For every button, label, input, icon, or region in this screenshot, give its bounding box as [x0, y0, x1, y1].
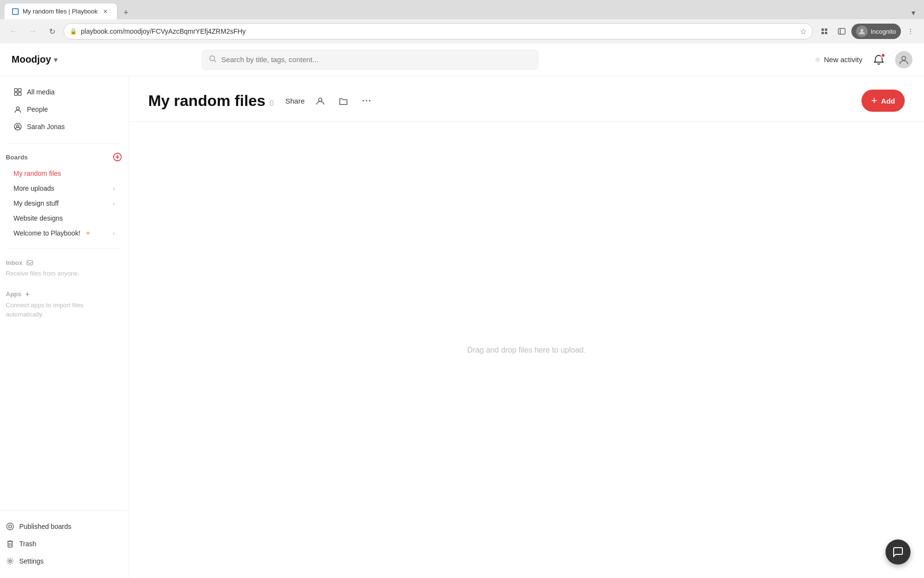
svg-point-31 — [369, 100, 370, 102]
sidebar-button[interactable] — [834, 24, 849, 39]
more-options-button[interactable] — [359, 93, 374, 108]
bookmark-icon[interactable]: ☆ — [800, 27, 807, 36]
active-tab[interactable]: My random files | Playbook ✕ — [4, 3, 117, 19]
trash-label: Trash — [19, 540, 36, 548]
svg-point-29 — [362, 100, 364, 102]
brand-name: Moodjoy — [12, 54, 51, 65]
notifications-button[interactable] — [870, 51, 887, 68]
board-item-website-designs[interactable]: Website designs — [8, 211, 121, 225]
sidebar-item-all-media[interactable]: All media — [8, 84, 121, 100]
sidebar-item-published-boards[interactable]: Published boards — [0, 518, 128, 535]
main-content: My random files 0 Share + Add — [129, 76, 924, 578]
app-header: Moodjoy ▾ New activity — [0, 43, 924, 76]
chevron-right-icon: › — [113, 199, 115, 207]
content-drop-zone[interactable]: Drag and drop files here to upload. — [129, 122, 924, 578]
inbox-description: Receive files from anyone. — [6, 269, 123, 278]
board-item-label: My design stuff — [13, 199, 59, 207]
incognito-button[interactable]: Incognito — [851, 24, 901, 39]
svg-rect-4 — [825, 32, 827, 34]
user-circle-icon — [13, 122, 22, 131]
search-bar[interactable] — [202, 50, 539, 70]
sidebar-item-trash[interactable]: Trash — [0, 536, 128, 552]
sidebar-item-settings[interactable]: Settings — [0, 553, 128, 569]
search-input[interactable] — [221, 55, 531, 64]
search-icon — [209, 55, 217, 65]
board-item-label: My random files — [13, 170, 61, 177]
drop-zone-text: Drag and drop files here to upload. — [467, 346, 586, 355]
published-boards-icon — [6, 522, 14, 531]
sidebar-item-people[interactable]: People — [8, 101, 121, 118]
page-title: My random files 0 — [148, 92, 274, 110]
new-activity-label: New activity — [824, 55, 862, 64]
user-label: Sarah Jonas — [27, 123, 65, 131]
board-item-welcome[interactable]: Welcome to Playbook! ✦ › — [8, 226, 121, 240]
share-button[interactable]: Share — [285, 97, 305, 105]
boards-section-header: Boards — [0, 150, 128, 164]
chat-button[interactable] — [886, 539, 911, 565]
browser-menu-button[interactable]: ⋮ — [903, 24, 918, 39]
published-boards-label: Published boards — [19, 523, 71, 530]
svg-rect-2 — [825, 28, 827, 31]
back-button[interactable]: ← — [6, 24, 21, 39]
brand-logo[interactable]: Moodjoy ▾ — [12, 54, 57, 65]
svg-rect-1 — [821, 28, 824, 31]
all-media-icon — [13, 88, 22, 96]
address-bar[interactable]: 🔒 playbook.com/moodjoy/FCVyAzcBqmrYEfj4Z… — [64, 23, 813, 39]
chevron-right-icon: › — [113, 229, 115, 237]
settings-label: Settings — [19, 557, 44, 565]
svg-rect-11 — [14, 89, 17, 92]
svg-rect-24 — [8, 541, 13, 547]
board-item-my-design-stuff[interactable]: My design stuff › — [8, 196, 121, 210]
board-item-label: Welcome to Playbook! — [13, 229, 80, 237]
tab-title: My random files | Playbook — [23, 8, 98, 15]
user-avatar-button[interactable] — [895, 51, 912, 68]
refresh-button[interactable]: ↻ — [44, 24, 60, 39]
apps-label: Apps — [6, 290, 22, 298]
svg-rect-13 — [14, 92, 17, 95]
svg-point-28 — [319, 98, 322, 101]
svg-line-9 — [214, 60, 216, 62]
incognito-label: Incognito — [871, 28, 896, 35]
add-board-button[interactable] — [112, 152, 123, 162]
new-activity-button[interactable]: New activity — [815, 55, 862, 64]
apps-add-icon[interactable]: + — [26, 290, 30, 299]
forward-button[interactable]: → — [25, 24, 40, 39]
all-media-label: All media — [27, 88, 55, 96]
svg-rect-14 — [18, 92, 21, 95]
tab-list-button[interactable]: ▾ — [907, 6, 920, 19]
add-plus-icon: + — [871, 94, 877, 107]
content-header: My random files 0 Share + Add — [129, 76, 924, 122]
svg-point-30 — [366, 100, 367, 102]
folder-button[interactable] — [335, 93, 351, 108]
board-item-more-uploads[interactable]: More uploads › — [8, 181, 121, 196]
sidebar-divider-2 — [8, 249, 121, 249]
sidebar: All media People Sarah Jonas Board — [0, 76, 129, 578]
assign-user-button[interactable] — [312, 93, 328, 108]
lock-icon: 🔒 — [70, 28, 77, 35]
svg-rect-3 — [821, 32, 824, 34]
board-item-my-random-files[interactable]: My random files — [8, 166, 121, 181]
boards-label: Boards — [6, 154, 28, 161]
svg-point-23 — [9, 525, 12, 528]
people-icon — [13, 105, 22, 114]
chevron-right-icon: › — [113, 184, 115, 192]
sidebar-divider-1 — [8, 144, 121, 144]
new-tab-button[interactable]: + — [119, 6, 133, 19]
inbox-label: Inbox — [6, 259, 23, 266]
extensions-button[interactable] — [817, 24, 832, 39]
tab-close-button[interactable]: ✕ — [102, 8, 109, 15]
svg-rect-5 — [838, 28, 845, 34]
trash-icon — [6, 539, 14, 548]
svg-point-8 — [210, 56, 215, 61]
svg-point-27 — [9, 560, 12, 563]
board-item-label: Website designs — [13, 214, 63, 222]
incognito-avatar — [856, 26, 868, 37]
page-title-text: My random files — [148, 92, 266, 109]
board-item-label: More uploads — [13, 184, 54, 192]
apps-description: Connect apps to import files automatical… — [6, 301, 123, 319]
sidebar-item-user[interactable]: Sarah Jonas — [8, 118, 121, 135]
content-actions: Share — [285, 93, 374, 108]
svg-rect-0 — [13, 9, 18, 14]
notification-badge — [881, 53, 886, 58]
add-button[interactable]: + Add — [861, 90, 905, 112]
